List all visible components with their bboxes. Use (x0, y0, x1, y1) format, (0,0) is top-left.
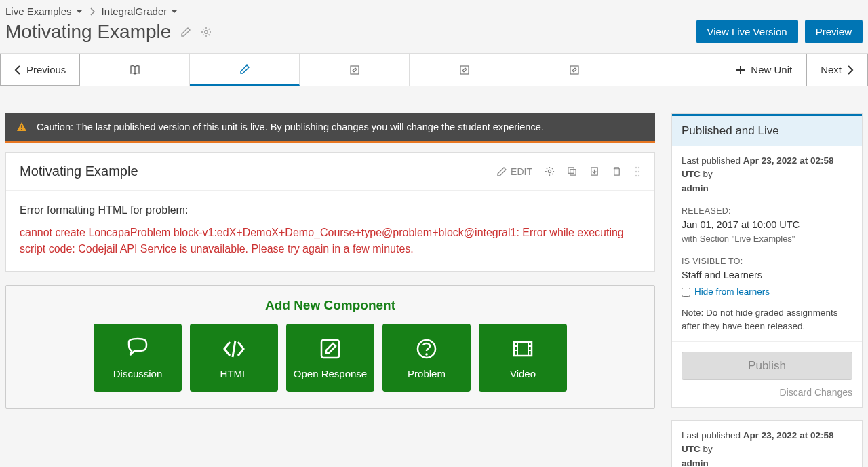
code-icon (222, 337, 246, 361)
unit-tab-3[interactable] (300, 54, 410, 86)
svg-rect-21 (528, 342, 532, 356)
view-live-button[interactable]: View Live Version (696, 20, 798, 43)
unit-card-title: Motivating Example (20, 164, 138, 179)
breadcrumb-label: Live Examples (5, 5, 72, 17)
next-label: Next (821, 64, 842, 75)
trash-icon[interactable] (612, 166, 622, 176)
svg-rect-3 (570, 66, 578, 74)
svg-point-18 (425, 353, 428, 356)
svg-rect-19 (514, 342, 532, 356)
add-component-title: Add New Component (20, 298, 641, 313)
caret-down-icon (76, 8, 83, 15)
component-video[interactable]: Video (479, 324, 567, 392)
new-unit-button[interactable]: New Unit (722, 54, 806, 86)
video-icon (511, 337, 535, 361)
edit-icon (349, 64, 360, 75)
breadcrumb: Live Examples IntegralGrader (0, 0, 868, 17)
component-label: Video (510, 368, 536, 379)
svg-point-15 (638, 174, 639, 176)
preview-button[interactable]: Preview (805, 20, 863, 43)
error-lead: Error formatting HTML for problem: (20, 204, 641, 217)
unit-card: Motivating Example EDIT (5, 152, 655, 272)
hide-note: Note: Do not hide graded assignments aft… (682, 306, 852, 334)
edit-title-icon[interactable] (180, 26, 191, 37)
released-label: RELEASED: (682, 205, 852, 218)
component-label: Discussion (113, 368, 163, 379)
discard-changes-link[interactable]: Discard Changes (682, 387, 852, 398)
component-html[interactable]: HTML (190, 324, 278, 392)
gear-icon[interactable] (201, 26, 212, 37)
previous-label: Previous (26, 64, 66, 75)
publish-panel-title: Published and Live (672, 114, 862, 146)
caution-banner: Caution: The last published version of t… (5, 113, 655, 143)
caret-down-icon (171, 8, 178, 15)
svg-point-14 (638, 170, 639, 172)
question-icon (414, 337, 439, 361)
plus-icon (736, 65, 745, 75)
drag-handle-icon[interactable] (634, 166, 641, 178)
breadcrumb-item-live-examples[interactable]: Live Examples (5, 5, 83, 17)
book-icon (130, 64, 140, 75)
caution-text: Caution: The last published version of t… (37, 122, 544, 132)
edit-label: EDIT (511, 166, 532, 177)
released-with: with Section "Live Examples" (682, 232, 852, 246)
last-published-prefix: Last published (682, 430, 743, 441)
last-published-user: admin (682, 183, 709, 193)
copy-icon[interactable] (567, 166, 577, 176)
chevron-right-icon (90, 7, 95, 16)
component-label: Problem (408, 368, 446, 379)
move-icon[interactable] (589, 166, 599, 176)
by-text: by (701, 444, 713, 454)
error-message: cannot create LoncapaProblem block-v1:ed… (20, 225, 641, 257)
svg-rect-7 (568, 168, 574, 173)
component-discussion[interactable]: Discussion (94, 324, 182, 392)
svg-point-11 (635, 170, 637, 172)
unit-tab-4[interactable] (410, 54, 519, 86)
svg-rect-5 (21, 129, 22, 130)
last-published-prefix: Last published (682, 155, 743, 166)
svg-rect-4 (21, 125, 22, 128)
last-published-user: admin (682, 458, 709, 468)
svg-rect-8 (570, 170, 576, 175)
new-unit-label: New Unit (751, 64, 792, 75)
previous-button[interactable]: Previous (0, 54, 80, 86)
hide-from-learners-checkbox[interactable] (682, 288, 690, 297)
component-label: HTML (220, 368, 248, 379)
publish-button[interactable]: Publish (682, 352, 852, 380)
component-open-response[interactable]: Open Response (286, 324, 374, 392)
svg-rect-1 (351, 66, 359, 74)
svg-point-12 (635, 174, 637, 176)
unit-nav: Previous New Unit Next (0, 53, 868, 86)
warning-icon (16, 122, 27, 132)
by-text: by (701, 169, 713, 179)
svg-rect-2 (460, 66, 469, 74)
discussion-icon (125, 337, 150, 361)
edit-button[interactable]: EDIT (497, 166, 532, 177)
add-component-panel: Add New Component Discussion HTML Open R… (5, 285, 655, 409)
breadcrumb-label: IntegralGrader (102, 5, 167, 17)
compose-icon (318, 337, 342, 361)
edit-icon (239, 64, 250, 75)
chevron-right-icon (847, 65, 854, 75)
svg-point-13 (638, 166, 639, 168)
unit-tab-2-active[interactable] (190, 54, 300, 86)
secondary-panel: Last published Apr 23, 2022 at 02:58 UTC… (671, 420, 863, 467)
visible-value: Staff and Learners (682, 268, 852, 283)
svg-rect-16 (321, 340, 339, 358)
last-published-line: Last published Apr 23, 2022 at 02:58 UTC… (682, 154, 852, 195)
component-problem[interactable]: Problem (382, 324, 471, 392)
edit-icon (569, 64, 580, 75)
breadcrumb-item-integralgrader[interactable]: IntegralGrader (102, 5, 178, 17)
publish-panel: Published and Live Last published Apr 23… (671, 113, 863, 408)
next-button[interactable]: Next (806, 54, 868, 86)
svg-rect-20 (514, 342, 517, 356)
unit-tab-1[interactable] (80, 54, 190, 86)
pencil-icon (497, 167, 507, 176)
settings-icon[interactable] (545, 166, 555, 176)
unit-tab-5[interactable] (519, 54, 629, 86)
last-published-line-2: Last published Apr 23, 2022 at 02:58 UTC… (682, 429, 852, 467)
svg-point-0 (205, 30, 208, 33)
svg-point-6 (548, 170, 551, 172)
visible-label: IS VISIBLE TO: (682, 255, 852, 268)
hide-from-learners-link[interactable]: Hide from learners (694, 285, 770, 299)
